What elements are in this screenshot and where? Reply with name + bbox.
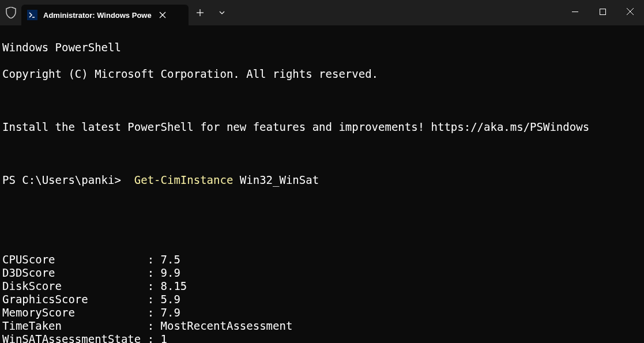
result-key: WinSATAssessmentState	[2, 333, 141, 343]
shield-icon	[3, 5, 19, 21]
result-value: 7.5	[154, 253, 180, 266]
terminal-output[interactable]: Windows PowerShell Copyright (C) Microso…	[0, 25, 644, 343]
result-key: GraphicsScore	[2, 293, 141, 306]
blank-line	[2, 94, 642, 107]
result-row: TimeTaken : MostRecentAssessment	[2, 319, 642, 333]
tab-title: Administrator: Windows Powe	[43, 11, 152, 20]
result-value: MostRecentAssessment	[154, 319, 292, 332]
result-key: CPUScore	[2, 253, 141, 266]
close-window-button[interactable]	[616, 0, 644, 23]
result-value: 9.9	[154, 266, 180, 279]
active-tab[interactable]: Administrator: Windows Powe	[21, 5, 189, 25]
tab-close-button[interactable]	[157, 10, 168, 20]
maximize-button[interactable]	[589, 0, 616, 23]
window-controls	[561, 0, 644, 23]
svg-rect-7	[600, 9, 605, 14]
blank-line	[2, 147, 642, 160]
banner-line: Windows PowerShell	[2, 41, 642, 54]
install-message: Install the latest PowerShell for new fe…	[2, 120, 642, 134]
result-row: MemoryScore : 7.9	[2, 306, 642, 319]
result-value: 8.15	[154, 280, 187, 292]
result-row: WinSATAssessmentState : 1	[2, 333, 642, 343]
titlebar: Administrator: Windows Powe	[0, 0, 644, 25]
prompt: PS C:\Users\panki>	[2, 174, 134, 186]
tab-dropdown-button[interactable]	[212, 2, 232, 23]
result-row: D3DScore : 9.9	[2, 266, 642, 280]
new-tab-button[interactable]	[190, 2, 210, 23]
result-key: D3DScore	[2, 266, 141, 279]
results-block: CPUScore : 7.5D3DScore : 9.9DiskScore : …	[2, 253, 642, 343]
cmdlet-arg: Win32_WinSat	[233, 174, 319, 186]
banner-line: Copyright (C) Microsoft Corporation. All…	[2, 67, 642, 81]
powershell-icon	[27, 10, 37, 20]
minimize-button[interactable]	[561, 0, 589, 23]
result-value: 7.9	[154, 306, 180, 319]
result-row: GraphicsScore : 5.9	[2, 293, 642, 306]
result-row: DiskScore : 8.15	[2, 280, 642, 293]
blank-line	[2, 200, 642, 213]
result-value: 5.9	[154, 293, 180, 306]
command-line: PS C:\Users\panki> Get-CimInstance Win32…	[2, 174, 642, 187]
blank-line	[2, 227, 642, 240]
cmdlet-name: Get-CimInstance	[134, 174, 234, 186]
result-key: MemoryScore	[2, 306, 141, 319]
result-row: CPUScore : 7.5	[2, 253, 642, 266]
result-value: 1	[154, 333, 167, 343]
result-key: TimeTaken	[2, 319, 141, 332]
result-key: DiskScore	[2, 280, 141, 292]
